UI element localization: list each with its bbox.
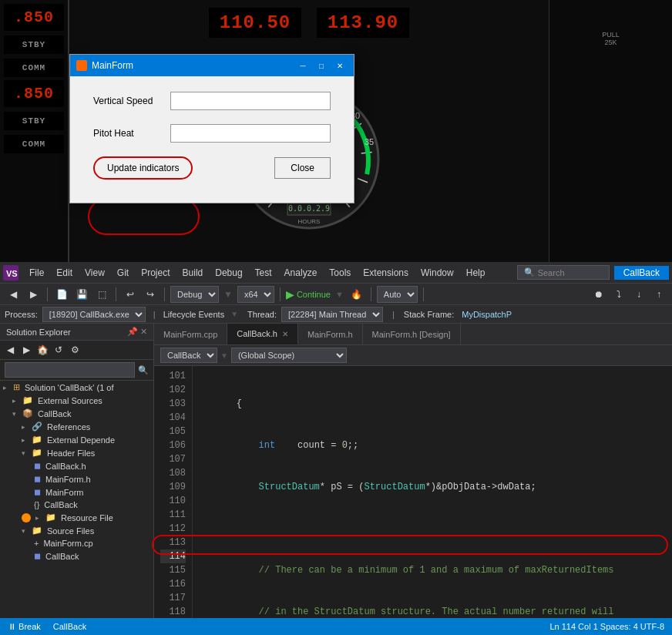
linenum-102: 102 [160, 383, 186, 397]
tree-solution[interactable]: ▸ ⊞ Solution 'CallBack' (1 of [0, 381, 153, 394]
tab-callback-h[interactable]: CallBack.h ✕ [227, 324, 298, 344]
callback-project-label: CallBack [38, 409, 71, 418]
breakpoint-button[interactable]: ⏺ [590, 286, 607, 303]
pitot-heat-input[interactable] [170, 124, 331, 143]
se-close-button[interactable]: ✕ [140, 327, 147, 337]
vertical-speed-input[interactable] [170, 92, 331, 110]
tab-mainform-design[interactable]: MainForm.h [Design] [363, 324, 461, 344]
menu-debug[interactable]: Debug [209, 264, 248, 281]
tab-mainform-cpp[interactable]: MainForm.cpp [154, 324, 227, 344]
tree-mainform-cpp[interactable]: + MainForm.cp [0, 537, 153, 549]
process-select[interactable]: [18920] CallBack.exe [42, 307, 146, 322]
forward-button[interactable]: ▶ [25, 286, 42, 303]
undo-button[interactable]: ↩ [122, 286, 139, 303]
auto-select[interactable]: Auto [377, 286, 418, 303]
debug-config-select[interactable]: Debug [170, 286, 219, 303]
display-freq-1: 110.50 [209, 8, 301, 38]
label-stby-1: STBY [4, 35, 64, 54]
fire-button[interactable]: 🔥 [348, 286, 365, 303]
back-button[interactable]: ◀ [5, 286, 22, 303]
tree-mainform-2[interactable]: ◼ MainForm [0, 485, 153, 499]
solution-arrow-icon: ▸ [3, 384, 11, 391]
tree-source-files[interactable]: ▾ 📁 Source Files [0, 524, 153, 537]
display-4: .850 [4, 80, 64, 107]
maximize-button[interactable]: □ [314, 59, 329, 72]
mainform-dialog: MainForm ─ □ ✕ Vertical Speed Pitot Heat… [69, 54, 354, 203]
display-freq-2: 113.90 [317, 8, 409, 38]
menu-file[interactable]: File [23, 264, 50, 281]
menu-build[interactable]: Build [176, 264, 210, 281]
header-arrow-icon: ▾ [22, 449, 29, 457]
callback-bottom-label: CallBack [45, 552, 79, 561]
menu-analyze[interactable]: Analyze [278, 264, 324, 281]
search-label: Search [538, 268, 565, 277]
linenum-103: 103 [160, 397, 186, 411]
continue-button[interactable]: ▶ Continue [286, 288, 331, 301]
tree-resource-file[interactable]: ▸ 📁 Resource File [0, 511, 153, 524]
tab-mainform-h[interactable]: MainForm.h [298, 324, 363, 344]
tree-ext-deps[interactable]: ▸ 📁 External Depende [0, 433, 153, 446]
dialog-close-form-button[interactable]: Close [274, 157, 331, 179]
se-search-input[interactable] [5, 362, 135, 378]
mainform-cpp-label: MainForm.cp [43, 539, 92, 548]
menu-extensions[interactable]: Extensions [357, 264, 415, 281]
tree-mainform-h[interactable]: ◼ MainForm.h [0, 472, 153, 485]
minimize-button[interactable]: ─ [295, 59, 311, 72]
save-all-button[interactable]: ⬚ [93, 286, 110, 303]
redo-button[interactable]: ↪ [142, 286, 159, 303]
breadcrumb-file-select[interactable]: CallBack [160, 348, 217, 363]
save-button[interactable]: 💾 [73, 286, 90, 303]
tree-header-files[interactable]: ▾ 📁 Header Files [0, 446, 153, 459]
vertical-speed-label: Vertical Speed [93, 96, 170, 106]
linenum-110: 110 [160, 494, 186, 508]
stackframe-value: MyDispatchP [462, 310, 512, 319]
code-line-106: // in the StructDatum structure. The act… [199, 605, 666, 618]
step-over-button[interactable]: ⤵ [610, 286, 627, 303]
platform-select[interactable]: x64 [237, 286, 274, 303]
tree-callback-braces[interactable]: {} CallBack [0, 499, 153, 511]
se-refresh-button[interactable]: ↺ [52, 343, 66, 357]
linenum-118: 118 [160, 605, 186, 618]
menu-git[interactable]: Git [111, 264, 135, 281]
dialog-close-button[interactable]: ✕ [332, 59, 348, 72]
right-instrument-panel: PULL25K [549, 0, 672, 262]
thread-select[interactable]: [22284] Main Thread [281, 307, 383, 322]
se-title: Solution Explorer [6, 328, 71, 337]
toolbar-sep-6 [423, 287, 424, 301]
se-home-button[interactable]: 🏠 [35, 343, 49, 357]
tree-callback-bottom[interactable]: ◼ CallBack [0, 549, 153, 563]
step-into-button[interactable]: ↓ [630, 286, 647, 303]
se-back-button[interactable]: ◀ [3, 343, 17, 357]
callback-arrow-icon: ▾ [12, 410, 20, 418]
step-out-button[interactable]: ↑ [650, 286, 667, 303]
vs-search-box[interactable]: 🔍 Search [517, 265, 610, 280]
se-pin-button[interactable]: 📌 [127, 327, 138, 337]
menu-tools[interactable]: Tools [323, 264, 357, 281]
new-file-button[interactable]: 📄 [53, 286, 70, 303]
process-label: Process: [5, 310, 38, 319]
dialog-controls[interactable]: ─ □ ✕ [295, 59, 348, 72]
se-settings-button[interactable]: ⚙ [68, 343, 82, 357]
menu-window[interactable]: Window [415, 264, 460, 281]
tree-references[interactable]: ▸ 🔗 References [0, 420, 153, 433]
menu-test[interactable]: Test [249, 264, 278, 281]
linenum-117: 117 [160, 591, 186, 605]
linenum-107: 107 [160, 452, 186, 466]
linenum-116: 116 [160, 577, 186, 591]
tree-external-sources[interactable]: ▸ 📁 External Sources [0, 394, 153, 407]
mainform2-icon: ◼ [34, 487, 41, 497]
menu-help[interactable]: Help [460, 264, 492, 281]
menu-view[interactable]: View [79, 264, 111, 281]
code-area[interactable]: 101 102 103 104 105 106 107 108 109 110 … [154, 366, 672, 618]
tab-callback-close-icon[interactable]: ✕ [282, 330, 288, 338]
breadcrumb-scope-select[interactable]: (Global Scope) [231, 348, 347, 363]
tree-callback-project[interactable]: ▾ 📦 CallBack [0, 407, 153, 420]
code-106-text: // in the StructDatum structure. The act… [214, 605, 613, 618]
menu-edit[interactable]: Edit [50, 264, 79, 281]
svg-text:35: 35 [365, 137, 374, 146]
callback-header-button[interactable]: CallBack [614, 266, 669, 280]
se-forward-button[interactable]: ▶ [19, 343, 33, 357]
menu-project[interactable]: Project [135, 264, 176, 281]
update-indicators-button[interactable]: Update indicators [93, 156, 193, 180]
tree-callback-h[interactable]: ◼ CallBack.h [0, 459, 153, 472]
